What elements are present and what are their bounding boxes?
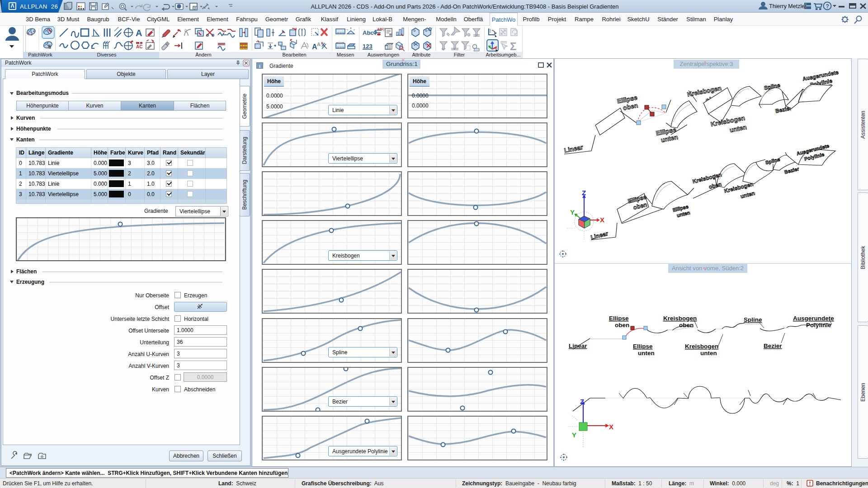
- svg-text:Bezier: Bezier: [784, 166, 800, 175]
- svg-text:Bezier: Bezier: [764, 343, 782, 349]
- svg-text:123: 123: [363, 43, 373, 50]
- svg-text:unten: unten: [729, 123, 747, 134]
- svg-text:Linear: Linear: [564, 143, 584, 154]
- svg-text:Abc: Abc: [363, 29, 374, 36]
- svg-text:Y: Y: [572, 431, 576, 439]
- svg-text:oben: oben: [708, 181, 722, 190]
- svg-text:unten: unten: [740, 190, 755, 199]
- svg-text:A: A: [136, 28, 142, 38]
- svg-text:Ausgerundete: Ausgerundete: [793, 315, 834, 322]
- svg-text:Z: Z: [580, 398, 584, 405]
- svg-text:Spline: Spline: [744, 316, 762, 323]
- svg-text:?: ?: [826, 3, 829, 9]
- svg-text:Ellipse: Ellipse: [633, 343, 653, 350]
- svg-text:Thierry Metzler: Thierry Metzler: [769, 3, 807, 9]
- svg-text:AC: AC: [136, 44, 142, 49]
- svg-text:Σ: Σ: [510, 40, 516, 52]
- svg-text:Z: Z: [582, 189, 586, 197]
- svg-text:unten: unten: [638, 350, 655, 357]
- svg-text:x: x: [321, 41, 323, 45]
- svg-text:§: §: [48, 44, 51, 49]
- svg-text:oben: oben: [615, 322, 629, 328]
- svg-text:2: 2: [194, 6, 196, 10]
- svg-text:A: A: [317, 42, 321, 47]
- svg-text:unten: unten: [700, 350, 717, 357]
- svg-text:ABC: ABC: [377, 27, 385, 31]
- svg-text:Y: Y: [570, 208, 575, 216]
- svg-text:Kreisbogen: Kreisbogen: [685, 343, 718, 350]
- svg-text:Ellipse: Ellipse: [609, 315, 629, 322]
- svg-text:x: x: [152, 39, 154, 44]
- svg-text:X: X: [600, 216, 604, 224]
- svg-text:X: X: [609, 423, 613, 431]
- svg-text:Kreisbogen: Kreisbogen: [663, 315, 697, 322]
